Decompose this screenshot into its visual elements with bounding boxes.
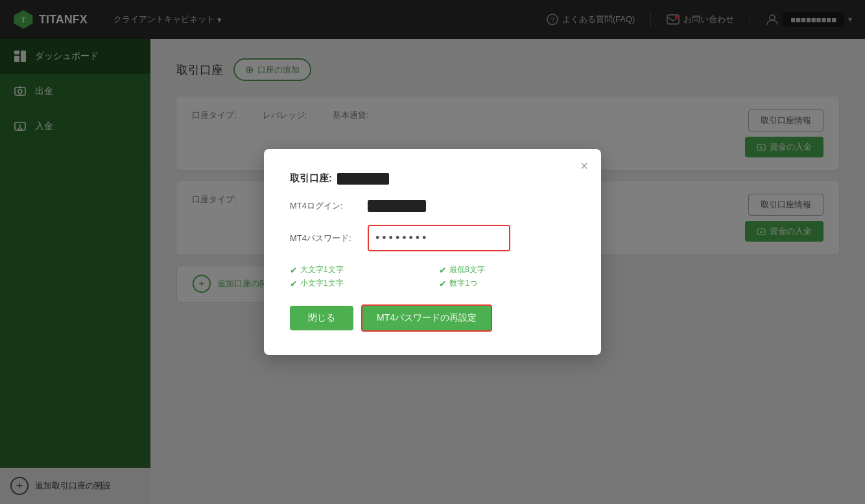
modal-account-redacted (337, 173, 389, 185)
validation-hints: ✔ 大文字1文字 ✔ 最低8文字 ✔ 小文字1文字 ✔ 数字1つ (290, 264, 575, 289)
check-icon-3: ✔ (290, 279, 298, 289)
mt4-password-label: MT4パスワード: (290, 233, 368, 244)
modal-overlay: × 取引口座: MT4ログイン: MT4パスワード: 表示 ✔ 大文字1文字 (0, 0, 865, 504)
hint-uppercase-label: 大文字1文字 (300, 264, 344, 275)
hint-min8: ✔ 最低8文字 (439, 264, 575, 275)
hint-number-label: 数字1つ (449, 278, 477, 289)
hint-number: ✔ 数字1つ (439, 278, 575, 289)
password-input[interactable] (369, 226, 510, 250)
hint-min8-label: 最低8文字 (449, 264, 485, 275)
modal-title: 取引口座: (290, 172, 575, 185)
modal-buttons: 閉じる MT4パスワードの再設定 (290, 304, 575, 332)
check-icon-4: ✔ (439, 279, 447, 289)
reset-password-button[interactable]: MT4パスワードの再設定 (361, 304, 492, 332)
check-icon-2: ✔ (439, 265, 447, 275)
mt4-login-label: MT4ログイン: (290, 200, 368, 212)
hint-lowercase: ✔ 小文字1文字 (290, 278, 426, 289)
check-icon-1: ✔ (290, 265, 298, 275)
modal-title-label: 取引口座: (290, 172, 332, 185)
mt4-login-value (368, 200, 426, 212)
close-modal-button[interactable]: 閉じる (290, 306, 353, 330)
hint-uppercase: ✔ 大文字1文字 (290, 264, 426, 275)
hint-lowercase-label: 小文字1文字 (300, 278, 344, 289)
mt4-password-field: MT4パスワード: 表示 (290, 225, 575, 251)
modal-close-button[interactable]: × (580, 159, 588, 172)
mt4-login-field: MT4ログイン: (290, 200, 575, 212)
password-field-wrapper: 表示 (368, 225, 510, 251)
modal-dialog: × 取引口座: MT4ログイン: MT4パスワード: 表示 ✔ 大文字1文字 (264, 149, 601, 355)
